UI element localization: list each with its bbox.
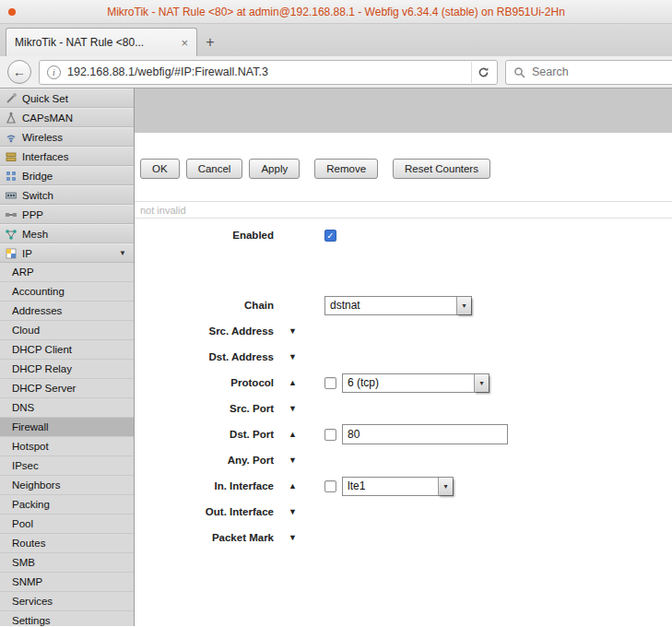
search-bar[interactable] bbox=[505, 60, 672, 85]
search-input[interactable] bbox=[532, 65, 672, 78]
dst-address-label: Dst. Address bbox=[135, 351, 289, 362]
sidebar-item-ppp[interactable]: PPP bbox=[0, 205, 134, 224]
sidebar-item-ipsec[interactable]: IPsec bbox=[0, 456, 134, 476]
sidebar-item-hotspot[interactable]: Hotspot bbox=[0, 437, 134, 456]
apply-button[interactable]: Apply bbox=[249, 159, 300, 179]
form-row-packet-mark: Packet Mark ▼ bbox=[135, 528, 672, 547]
form-row-any-port: Any. Port ▼ bbox=[135, 451, 672, 469]
form-spacer bbox=[135, 252, 672, 289]
chain-select[interactable]: dstnat ▾ bbox=[324, 296, 472, 315]
new-tab-button[interactable]: + bbox=[197, 30, 223, 54]
sidebar-item-neighbors[interactable]: Neighbors bbox=[0, 476, 134, 495]
wireless-icon bbox=[5, 131, 18, 144]
packet-mark-expand-toggle-icon[interactable]: ▼ bbox=[289, 533, 312, 542]
ok-button[interactable]: OK bbox=[140, 159, 180, 179]
window-icon bbox=[8, 8, 16, 16]
sidebar-item-quick-set[interactable]: Quick Set bbox=[0, 89, 134, 108]
sidebar-item-addresses[interactable]: Addresses bbox=[0, 302, 134, 321]
in-interface-value: lte1 bbox=[343, 478, 438, 495]
tab-close-icon[interactable]: × bbox=[181, 36, 188, 50]
form-row-src-address: Src. Address ▼ bbox=[135, 322, 672, 340]
any-port-expand-toggle-icon[interactable]: ▼ bbox=[289, 455, 312, 465]
protocol-dropdown-arrow-icon[interactable]: ▾ bbox=[474, 374, 489, 392]
sidebar-item-bridge[interactable]: Bridge bbox=[0, 166, 134, 185]
dst-port-label: Dst. Port bbox=[135, 429, 289, 440]
dst-port-input[interactable] bbox=[342, 424, 508, 444]
src-address-label: Src. Address bbox=[135, 325, 289, 337]
sidebar-item-ip[interactable]: IP ▼ bbox=[0, 243, 134, 263]
search-icon bbox=[513, 66, 525, 78]
protocol-select[interactable]: 6 (tcp) ▾ bbox=[342, 373, 489, 393]
url-input[interactable] bbox=[67, 65, 465, 78]
browser-tab[interactable]: MikroTik - NAT Rule <80... × bbox=[6, 28, 197, 56]
sidebar-item-snmp[interactable]: SNMP bbox=[0, 573, 134, 592]
remove-button[interactable]: Remove bbox=[314, 159, 378, 179]
in-interface-select[interactable]: lte1 ▾ bbox=[342, 477, 454, 496]
url-bar[interactable]: i bbox=[39, 60, 498, 85]
form-row-chain: Chain dstnat ▾ bbox=[135, 296, 672, 314]
form-row-enabled: Enabled ✓ bbox=[135, 226, 672, 244]
enabled-checkbox[interactable]: ✓ bbox=[324, 230, 336, 242]
in-interface-collapse-toggle-icon[interactable]: ▲ bbox=[289, 481, 312, 491]
webfig-sidebar: Quick Set CAPsMAN Wireless Interfaces Br… bbox=[0, 89, 135, 626]
sidebar-item-capsman[interactable]: CAPsMAN bbox=[0, 108, 134, 127]
window-titlebar: MikroTik - NAT Rule <80> at admin@192.16… bbox=[0, 0, 672, 24]
protocol-collapse-toggle-icon[interactable]: ▲ bbox=[289, 378, 312, 387]
sidebar-item-interfaces[interactable]: Interfaces bbox=[0, 147, 134, 166]
sidebar-item-smb[interactable]: SMB bbox=[0, 553, 134, 573]
sidebar-item-switch[interactable]: Switch bbox=[0, 185, 134, 205]
form-row-dst-address: Dst. Address ▼ bbox=[135, 348, 672, 366]
tab-title: MikroTik - NAT Rule <80... bbox=[15, 36, 175, 49]
quick-set-icon bbox=[5, 92, 18, 105]
form-row-out-interface: Out. Interface ▼ bbox=[135, 503, 672, 521]
ip-icon bbox=[5, 247, 18, 260]
tab-bar: MikroTik - NAT Rule <80... × + bbox=[0, 24, 672, 56]
sidebar-item-dhcp-server[interactable]: DHCP Server bbox=[0, 379, 134, 398]
src-address-expand-toggle-icon[interactable]: ▼ bbox=[289, 326, 312, 336]
protocol-label: Protocol bbox=[135, 377, 289, 388]
action-buttons: OK Cancel Apply Remove Reset Counters bbox=[140, 159, 672, 179]
form-row-in-interface: In. Interface ▲ lte1 ▾ bbox=[135, 477, 672, 495]
sidebar-item-settings[interactable]: Settings bbox=[0, 611, 134, 626]
out-interface-expand-toggle-icon[interactable]: ▼ bbox=[289, 507, 312, 516]
protocol-value: 6 (tcp) bbox=[343, 374, 474, 392]
sidebar-item-pool[interactable]: Pool bbox=[0, 515, 134, 534]
dst-port-collapse-toggle-icon[interactable]: ▲ bbox=[289, 430, 312, 439]
sidebar-item-wireless[interactable]: Wireless bbox=[0, 127, 134, 147]
reload-button[interactable] bbox=[471, 62, 495, 83]
chain-dropdown-arrow-icon[interactable]: ▾ bbox=[456, 297, 471, 314]
nat-rule-panel: OK Cancel Apply Remove Reset Counters no… bbox=[135, 89, 672, 626]
protocol-not-checkbox[interactable] bbox=[324, 377, 336, 389]
sidebar-item-services[interactable]: Services bbox=[0, 592, 134, 611]
reload-icon bbox=[477, 66, 489, 78]
packet-mark-label: Packet Mark bbox=[135, 532, 289, 543]
form-row-protocol: Protocol ▲ 6 (tcp) ▾ bbox=[135, 373, 672, 392]
bridge-icon bbox=[5, 170, 18, 183]
rule-status-text: not invalid bbox=[135, 201, 672, 219]
out-interface-label: Out. Interface bbox=[135, 506, 289, 517]
sidebar-item-arp[interactable]: ARP bbox=[0, 263, 134, 282]
back-button[interactable]: ← bbox=[7, 60, 31, 84]
src-port-expand-toggle-icon[interactable]: ▼ bbox=[289, 404, 312, 413]
info-icon[interactable]: i bbox=[47, 65, 61, 79]
sidebar-item-accounting[interactable]: Accounting bbox=[0, 282, 134, 302]
mesh-icon bbox=[5, 228, 18, 241]
sidebar-item-dhcp-relay[interactable]: DHCP Relay bbox=[0, 360, 134, 379]
sidebar-item-mesh[interactable]: Mesh bbox=[0, 224, 134, 243]
in-interface-dropdown-arrow-icon[interactable]: ▾ bbox=[438, 478, 453, 495]
sidebar-item-packing[interactable]: Packing bbox=[0, 495, 134, 515]
sidebar-item-cloud[interactable]: Cloud bbox=[0, 321, 134, 340]
enabled-label: Enabled bbox=[135, 230, 289, 241]
dst-port-not-checkbox[interactable] bbox=[324, 429, 336, 441]
ip-expanded-chevron-icon[interactable]: ▼ bbox=[119, 249, 129, 257]
reset-counters-button[interactable]: Reset Counters bbox=[393, 159, 490, 179]
dst-address-expand-toggle-icon[interactable]: ▼ bbox=[289, 352, 312, 361]
cancel-button[interactable]: Cancel bbox=[186, 159, 243, 179]
in-interface-not-checkbox[interactable] bbox=[324, 480, 336, 492]
webfig-header-band bbox=[135, 89, 672, 133]
sidebar-item-dhcp-client[interactable]: DHCP Client bbox=[0, 340, 134, 360]
sidebar-item-routes[interactable]: Routes bbox=[0, 534, 134, 553]
sidebar-item-firewall[interactable]: Firewall bbox=[0, 418, 134, 437]
sidebar-item-dns[interactable]: DNS bbox=[0, 398, 134, 418]
window-title: MikroTik - NAT Rule <80> at admin@192.16… bbox=[107, 6, 565, 18]
